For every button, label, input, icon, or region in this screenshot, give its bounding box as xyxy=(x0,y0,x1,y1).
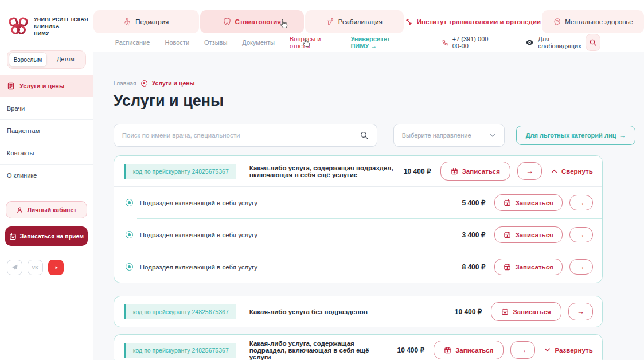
service-name: Какая-либо услуга, содержащая подраздел,… xyxy=(249,165,404,178)
sidebar-item-label: Услуги и цены xyxy=(19,83,64,89)
book-button[interactable]: Записаться xyxy=(491,302,561,321)
chevron-up-icon xyxy=(551,169,557,173)
service-arrow-button[interactable]: → xyxy=(510,341,535,359)
youtube-icon[interactable] xyxy=(48,260,64,275)
account-button-label: Личный кабинет xyxy=(27,206,76,213)
sidebar-item-patients[interactable]: Пациентам xyxy=(0,120,93,142)
breadcrumb-current: Услуги и цены xyxy=(152,80,195,87)
service-name: Какая-либо услуга без подразделов xyxy=(249,308,455,315)
calendar-icon xyxy=(504,263,511,271)
book-button[interactable]: Записаться xyxy=(494,194,562,211)
book-button[interactable]: Записаться xyxy=(434,341,504,359)
sub-service-row: Подраздел включающий в себя услугу 3 400… xyxy=(114,219,602,251)
book-button[interactable]: Записаться xyxy=(494,259,562,275)
service-arrow-button[interactable]: → xyxy=(517,162,542,180)
sidebar-item-label: Контакты xyxy=(7,150,34,156)
calendar-icon xyxy=(444,346,451,354)
expand-toggle[interactable]: Развернуть xyxy=(544,347,592,354)
service-row: код по прейскуранту 24825675367 Какая-ли… xyxy=(114,335,602,360)
sidebar-item-services[interactable]: Услуги и цены xyxy=(0,75,93,97)
header-search-button[interactable] xyxy=(586,34,600,51)
book-button[interactable]: Записаться xyxy=(440,162,510,181)
appointment-button-label: Записаться на прием xyxy=(20,233,84,240)
phone-icon xyxy=(442,39,449,46)
doctor-search-field xyxy=(114,124,377,147)
telegram-icon[interactable] xyxy=(7,260,22,275)
book-button[interactable]: Записаться xyxy=(494,226,562,243)
eye-icon xyxy=(525,39,534,46)
account-button[interactable]: Личный кабинет xyxy=(6,201,87,218)
direction-select[interactable]: Выберите направление xyxy=(393,124,505,147)
mental-health-icon xyxy=(553,18,561,26)
app-window: УНИВЕРСИТЕТСКАЯ КЛИНИКА ПИМУ Взрослым Де… xyxy=(0,0,644,360)
direction-select-value: Выберите направление xyxy=(402,132,471,139)
vk-icon[interactable]: VK xyxy=(28,260,43,275)
search-icon[interactable] xyxy=(360,131,369,140)
chevron-down-icon xyxy=(544,348,551,352)
toggle-adults[interactable]: Взрослым xyxy=(9,52,47,67)
bone-icon xyxy=(405,18,413,26)
tab-traumatology[interactable]: Институт травматологии и ортопедии xyxy=(405,10,541,33)
university-link[interactable]: Университет ПИМУ → xyxy=(350,36,409,49)
sub-service-name: Подраздел включающий в себя услугу xyxy=(140,199,462,206)
price-code-badge: код по прейскуранту 24825675367 xyxy=(124,343,236,358)
service-arrow-button[interactable]: → xyxy=(568,303,593,320)
service-card-expanded: код по прейскуранту 24825675367 Какая-ли… xyxy=(114,155,603,283)
content-area: Главная Услуги и цены Услуги и цены Выбе… xyxy=(93,52,644,360)
tab-label: Стоматология xyxy=(235,18,281,25)
tab-rehabilitation[interactable]: Реабилитация xyxy=(305,10,404,33)
sub-service-marker-icon xyxy=(126,199,133,206)
price-code-badge: код по прейскуранту 24825675367 xyxy=(124,304,236,319)
sidebar-item-about[interactable]: О клинике xyxy=(0,165,93,186)
phone-link[interactable]: +7 (391) 000-00-00 xyxy=(442,36,498,49)
phone-number: +7 (391) 000-00-00 xyxy=(452,36,498,49)
clinic-name: УНИВЕРСИТЕТСКАЯ КЛИНИКА ПИМУ xyxy=(34,17,88,37)
person-icon xyxy=(16,206,24,214)
nav-reviews[interactable]: Отзывы xyxy=(204,39,227,46)
clinic-logo[interactable]: УНИВЕРСИТЕТСКАЯ КЛИНИКА ПИМУ xyxy=(7,16,88,38)
service-name: Какая-либо услуга, содержащая подраздел,… xyxy=(249,340,397,360)
service-arrow-button[interactable]: → xyxy=(569,227,593,242)
service-card-simple: код по прейскуранту 24825675367 Какая-ли… xyxy=(114,296,603,327)
sidebar-menu: Услуги и цены Врачи Пациентам Контакты О… xyxy=(0,75,93,186)
doctor-search-input[interactable] xyxy=(122,132,360,139)
search-icon xyxy=(589,38,597,46)
toggle-children[interactable]: Детям xyxy=(47,52,84,67)
audience-toggle: Взрослым Детям xyxy=(7,50,86,69)
sidebar-item-label: О клинике xyxy=(7,172,37,179)
pediatrics-icon xyxy=(123,18,131,26)
breadcrumb-home[interactable]: Главная xyxy=(114,80,136,87)
sub-service-price: 8 400 ₽ xyxy=(462,263,485,271)
rehabilitation-icon xyxy=(326,18,334,26)
chevron-down-icon xyxy=(489,133,496,138)
tooth-icon xyxy=(223,18,231,26)
tab-dentistry[interactable]: Стоматология xyxy=(200,10,304,33)
nav-documents[interactable]: Документы xyxy=(242,39,275,46)
calendar-icon xyxy=(501,308,509,315)
tab-pediatrics[interactable]: Педиатрия xyxy=(93,10,199,33)
benefits-button[interactable]: Для льготных категорий лиц → xyxy=(516,126,636,145)
nav-news[interactable]: Новости xyxy=(165,39,189,46)
sidebar-item-doctors[interactable]: Врачи xyxy=(0,97,93,120)
sub-service-price: 3 400 ₽ xyxy=(462,231,485,239)
sidebar-item-label: Врачи xyxy=(7,105,25,112)
sidebar-item-contacts[interactable]: Контакты xyxy=(0,142,93,165)
service-arrow-button[interactable]: → xyxy=(569,195,593,210)
tab-label: Педиатрия xyxy=(135,18,169,25)
filter-row: Выберите направление Для льготных катего… xyxy=(114,124,644,147)
appointment-button[interactable]: Записаться на прием xyxy=(5,226,88,246)
nav-schedule[interactable]: Расписание xyxy=(115,39,150,46)
sub-service-row: Подраздел включающий в себя услугу 8 400… xyxy=(114,251,602,283)
collapse-toggle[interactable]: Свернуть xyxy=(551,168,593,175)
tab-label: Реабилитация xyxy=(338,18,383,25)
service-price: 10 400 ₽ xyxy=(404,167,431,175)
tab-mental-health[interactable]: Ментальное здоровье xyxy=(542,10,644,33)
service-price: 10 400 ₽ xyxy=(455,308,482,316)
accessibility-link[interactable]: Для слабовидящих xyxy=(525,36,586,49)
nav-faq[interactable]: Вопросы и ответы xyxy=(290,36,335,49)
secondary-nav: Расписание Новости Отзывы Документы Вопр… xyxy=(93,33,644,52)
service-row: код по прейскуранту 24825675367 Какая-ли… xyxy=(114,296,602,327)
tab-label: Ментальное здоровье xyxy=(565,18,633,25)
calendar-icon xyxy=(9,233,17,240)
service-arrow-button[interactable]: → xyxy=(569,259,593,275)
